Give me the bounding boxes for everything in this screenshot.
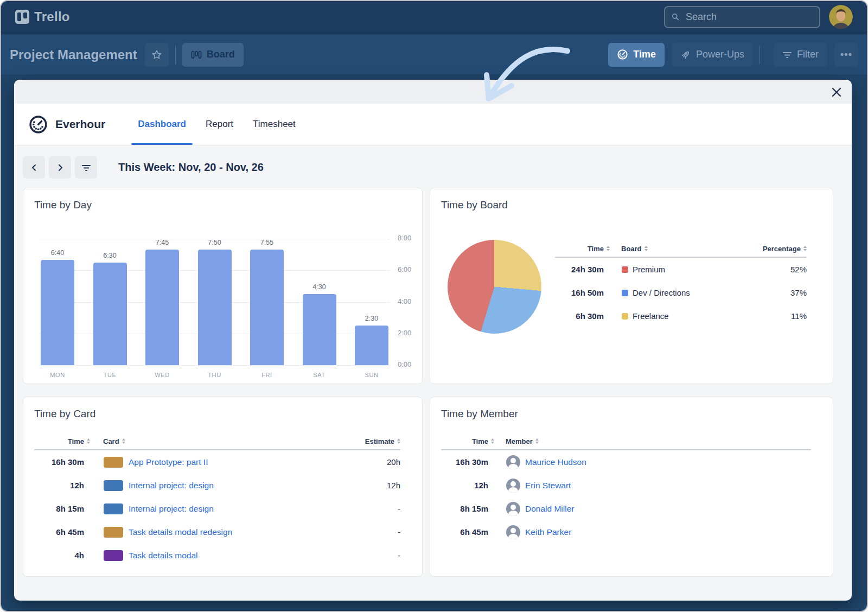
tab-label: Dashboard xyxy=(138,119,186,130)
bar-value-label: 7:55 xyxy=(260,239,273,246)
power-ups-label: Power-Ups xyxy=(696,49,744,60)
week-range-label: This Week: Nov, 20 - Nov, 26 xyxy=(118,161,264,174)
sort-icon[interactable] xyxy=(397,438,400,444)
sort-icon[interactable] xyxy=(535,438,539,444)
member-link[interactable]: Erin Stewart xyxy=(525,481,571,490)
search-box[interactable] xyxy=(664,6,820,28)
bar-value-label: 6:30 xyxy=(103,252,116,259)
member-link[interactable]: Donald Miller xyxy=(525,504,574,514)
time-value: 6h 45m xyxy=(441,527,488,537)
board-view-icon xyxy=(191,50,202,60)
y-axis-tick: 0:00 xyxy=(398,360,411,368)
sort-icon[interactable] xyxy=(87,438,90,444)
divider xyxy=(175,46,176,64)
star-icon xyxy=(151,49,162,60)
column-header-time[interactable]: Time xyxy=(555,245,604,253)
y-axis-tick: 8:00 xyxy=(398,234,411,242)
time-value: 12h xyxy=(34,481,84,490)
card-title: Time by Member xyxy=(441,408,518,420)
table-header: Time Member xyxy=(441,435,811,447)
card-link[interactable]: App Prototype: part II xyxy=(129,457,208,467)
time-value: 16h 50m xyxy=(555,288,604,297)
board-color-swatch xyxy=(622,266,628,273)
x-axis-label: SUN xyxy=(365,372,378,378)
board-view-button[interactable]: Board xyxy=(182,43,244,67)
x-axis-label: THU xyxy=(208,372,221,378)
dashboard-filter-button[interactable] xyxy=(75,156,97,178)
table-row: 24h 30m Premium 52% xyxy=(555,258,807,281)
table-row: 12h Erin Stewart xyxy=(441,474,811,497)
top-bar: Trello xyxy=(1,1,867,34)
trello-logo[interactable]: Trello xyxy=(15,9,70,24)
column-header-percentage[interactable]: Percentage xyxy=(763,245,801,253)
filter-button[interactable]: Filter xyxy=(774,43,827,67)
column-header-member[interactable]: Member xyxy=(506,437,533,445)
y-axis-tick: 2:00 xyxy=(398,329,411,337)
x-axis-label: TUE xyxy=(104,372,117,378)
avatar[interactable] xyxy=(829,5,853,29)
board-name: Dev / Directions xyxy=(633,288,690,297)
modal-tabs: Dashboard Report Timesheet xyxy=(128,104,305,145)
tab-dashboard[interactable]: Dashboard xyxy=(128,104,196,145)
time-button[interactable]: Time xyxy=(608,43,665,67)
percentage-value: 11% xyxy=(791,311,807,321)
previous-week-button[interactable] xyxy=(23,156,45,178)
bar-column: 6:30 TUE xyxy=(93,239,127,365)
filter-icon xyxy=(782,50,792,59)
member-link[interactable]: Keith Parker xyxy=(525,527,571,537)
close-icon xyxy=(831,87,842,98)
chevron-left-icon xyxy=(30,164,38,171)
column-header-time[interactable]: Time xyxy=(34,437,84,445)
tab-timesheet[interactable]: Timesheet xyxy=(243,104,305,145)
y-axis-tick: 6:00 xyxy=(398,265,411,273)
time-by-card-card: Time by Card Time Card Estimate 16h 30m … xyxy=(23,397,423,577)
card-title: Time by Day xyxy=(34,199,92,211)
column-header-card[interactable]: Card xyxy=(103,437,119,445)
sort-icon[interactable] xyxy=(644,246,648,251)
table-row: 8h 15m Donald Miller xyxy=(441,497,811,520)
estimate-value: - xyxy=(398,551,400,560)
column-header-time[interactable]: Time xyxy=(441,437,488,445)
bar xyxy=(93,263,127,365)
card-link[interactable]: Task details modal redesign xyxy=(129,527,232,537)
estimate-value: - xyxy=(398,527,400,537)
time-button-label: Time xyxy=(633,49,656,60)
chevron-right-icon xyxy=(56,164,64,171)
card-title: Time by Board xyxy=(441,199,508,211)
more-menu-button[interactable]: ••• xyxy=(834,43,858,67)
card-link[interactable]: Internal project: design xyxy=(129,504,214,514)
sort-icon[interactable] xyxy=(803,246,807,251)
modal-header: Everhour Dashboard Report Timesheet xyxy=(14,104,852,145)
bar xyxy=(355,326,388,365)
bar-column: 6:40 MON xyxy=(41,239,74,365)
star-board-button[interactable] xyxy=(145,43,169,67)
column-header-estimate[interactable]: Estimate xyxy=(365,437,394,445)
percentage-value: 37% xyxy=(790,288,807,297)
x-axis-label: WED xyxy=(155,372,169,378)
column-header-board[interactable]: Board xyxy=(621,245,642,253)
member-avatar-icon xyxy=(506,525,520,539)
close-button[interactable] xyxy=(830,86,843,99)
card-title: Time by Card xyxy=(34,408,95,420)
x-axis-label: SAT xyxy=(313,372,325,378)
card-label-color xyxy=(104,480,123,491)
everhour-timer-icon xyxy=(617,49,628,60)
sort-icon[interactable] xyxy=(491,438,494,444)
bar-value-label: 2:30 xyxy=(365,315,378,322)
board-name: Freelance xyxy=(633,311,669,321)
member-link[interactable]: Maurice Hudson xyxy=(525,457,586,467)
time-by-member-card: Time by Member Time Member 16h 30m Mauri… xyxy=(430,397,833,577)
next-week-button[interactable] xyxy=(49,156,71,178)
bar-value-label: 7:50 xyxy=(208,239,221,246)
everhour-logo-icon xyxy=(28,114,48,135)
card-link[interactable]: Task details modal xyxy=(129,551,198,560)
estimate-value: 20h xyxy=(387,457,400,467)
tab-report[interactable]: Report xyxy=(196,104,243,145)
time-by-board-card: Time by Board Time Board Percentage 24h … xyxy=(430,188,833,384)
sort-icon[interactable] xyxy=(607,246,610,251)
card-link[interactable]: Internal project: design xyxy=(129,481,214,490)
percentage-value: 52% xyxy=(790,265,807,274)
power-ups-button[interactable]: Power-Ups xyxy=(672,43,753,67)
search-input[interactable] xyxy=(685,11,813,23)
sort-icon[interactable] xyxy=(122,438,125,444)
